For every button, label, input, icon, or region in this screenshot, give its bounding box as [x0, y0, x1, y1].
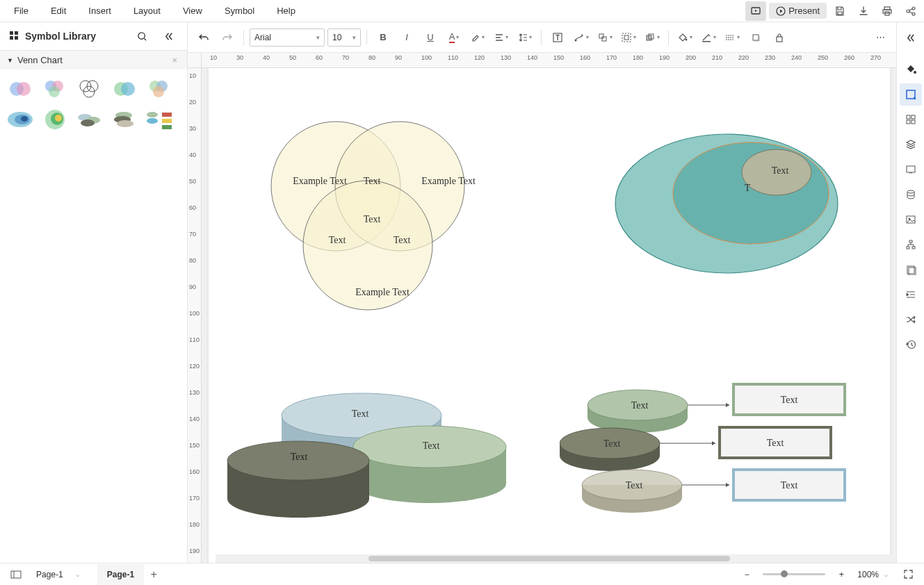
venn-symbol-linked-boxes[interactable]	[143, 106, 175, 133]
menu-help[interactable]: Help	[266, 1, 307, 20]
cyl-gray-label[interactable]: Text	[278, 452, 320, 463]
undo-icon[interactable]	[193, 28, 214, 47]
grid-panel-icon[interactable]	[900, 108, 922, 131]
disc2-label[interactable]: Text	[594, 438, 629, 450]
search-icon[interactable]	[131, 26, 152, 46]
venn-symbol-cylinders[interactable]	[74, 106, 106, 133]
horizontal-ruler: 1030405060708090100110120130140150160170…	[202, 53, 896, 68]
highlight-icon[interactable]: ▾	[467, 28, 488, 47]
cyl-green-label[interactable]: Text	[410, 440, 452, 452]
box1-label[interactable]: Text	[768, 395, 810, 406]
group-icon[interactable]: ▾	[618, 28, 639, 47]
cylinder-group[interactable]	[222, 367, 521, 520]
expand-panel-icon[interactable]	[900, 26, 922, 49]
venn-label-ac[interactable]: Text	[320, 235, 355, 246]
bold-icon[interactable]: B	[373, 28, 394, 47]
font-color-icon[interactable]: A▾	[444, 28, 464, 47]
menu-layout[interactable]: Layout	[122, 1, 172, 20]
venn-label-b[interactable]: Example Text	[403, 176, 494, 187]
venn-symbol-nested-ellipse[interactable]	[4, 106, 36, 133]
layers-panel-icon[interactable]	[900, 133, 922, 156]
zoom-out-icon[interactable]: −	[736, 565, 757, 584]
venn-label-abc[interactable]: Text	[355, 214, 389, 225]
redo-icon[interactable]	[217, 28, 238, 47]
venn-symbol-2circle[interactable]	[4, 75, 36, 103]
vertical-ruler: 1020304050607080901001101201301401501601…	[188, 68, 202, 563]
canvas-area[interactable]: Example Text Example Text Example Text T…	[202, 68, 896, 563]
horizontal-scrollbar[interactable]	[216, 554, 896, 563]
venn-symbol-3circle-pastel[interactable]	[143, 75, 175, 103]
present-label: Present	[788, 6, 820, 16]
page-select[interactable]: Page-1 ⌵	[32, 570, 83, 579]
nested-label-inner[interactable]: Text	[759, 165, 801, 176]
add-page-button[interactable]: +	[144, 568, 163, 581]
svg-rect-10	[10, 36, 13, 40]
page-tab-1[interactable]: Page-1	[97, 564, 144, 585]
line-color-icon[interactable]: ▾	[698, 28, 719, 47]
print-icon[interactable]	[877, 1, 898, 21]
presentation-panel-icon[interactable]	[900, 158, 922, 181]
share-icon[interactable]	[900, 1, 921, 21]
font-select[interactable]: Arial▾	[250, 28, 325, 47]
outline-view-icon[interactable]	[6, 565, 26, 584]
text-frame-icon[interactable]: T	[547, 28, 568, 47]
venn-symbol-3circle-outline[interactable]	[74, 75, 106, 103]
venn-label-ab[interactable]: Text	[355, 176, 389, 187]
line-style-icon[interactable]: ▾	[722, 28, 743, 47]
page-surface[interactable]: Example Text Example Text Example Text T…	[209, 68, 890, 563]
svg-rect-2	[884, 7, 890, 10]
fill-panel-icon[interactable]	[900, 58, 922, 81]
venn-label-a[interactable]: Example Text	[275, 176, 365, 187]
menu-edit[interactable]: Edit	[40, 1, 77, 20]
font-size-select[interactable]: 10▾	[327, 28, 361, 47]
venn-symbol-nested-circle[interactable]	[39, 106, 71, 133]
nested-ellipses[interactable]	[608, 124, 845, 283]
save-icon[interactable]	[829, 1, 850, 21]
shadow-icon[interactable]	[745, 28, 766, 47]
history-panel-icon[interactable]	[900, 333, 922, 356]
collapse-sidebar-icon[interactable]	[158, 26, 179, 46]
venn-symbol-stacked-discs[interactable]	[108, 106, 140, 133]
indent-panel-icon[interactable]	[900, 283, 922, 306]
venn-chart-section-header[interactable]: ▼ Venn Chart ×	[0, 51, 187, 69]
venn-label-c[interactable]: Example Text	[337, 287, 428, 298]
align-icon[interactable]: ▾	[491, 28, 512, 47]
connector-icon[interactable]: ▾	[571, 28, 592, 47]
present-button[interactable]: Present	[769, 3, 827, 19]
shape-panel-icon[interactable]	[900, 83, 922, 106]
download-icon[interactable]	[853, 1, 874, 21]
menu-bar: File Edit Insert Layout View Symbol Help…	[0, 0, 924, 22]
menu-insert[interactable]: Insert	[77, 1, 122, 20]
box2-label[interactable]: Text	[754, 438, 796, 449]
underline-icon[interactable]: U	[420, 28, 441, 47]
line-spacing-icon[interactable]: ▾	[514, 28, 535, 47]
align-objects-icon[interactable]: ▾	[594, 28, 615, 47]
presentation-mode-icon[interactable]	[745, 1, 766, 21]
menu-file[interactable]: File	[3, 1, 40, 20]
fullscreen-icon[interactable]	[898, 565, 918, 584]
venn-label-bc[interactable]: Text	[384, 235, 419, 246]
venn-symbol-3circle-color[interactable]	[39, 75, 71, 103]
more-icon[interactable]: ⋯	[870, 28, 891, 47]
clipboard-panel-icon[interactable]	[900, 258, 922, 281]
disc1-label[interactable]: Text	[622, 400, 657, 411]
nested-label-mid[interactable]: T	[733, 183, 761, 194]
venn-symbol-2circle-green[interactable]	[108, 75, 140, 103]
disc3-label[interactable]: Text	[617, 480, 651, 491]
close-icon[interactable]: ×	[169, 55, 180, 65]
shuffle-panel-icon[interactable]	[900, 308, 922, 331]
image-panel-icon[interactable]	[900, 208, 922, 231]
box3-label[interactable]: Text	[768, 480, 810, 491]
arrange-icon[interactable]: ▾	[642, 28, 663, 47]
data-panel-icon[interactable]	[900, 183, 922, 206]
lock-icon[interactable]	[769, 28, 790, 47]
tree-panel-icon[interactable]	[900, 233, 922, 256]
menu-symbol[interactable]: Symbol	[213, 1, 266, 20]
linked-discs[interactable]	[560, 374, 866, 541]
zoom-in-icon[interactable]: +	[831, 565, 852, 584]
fill-icon[interactable]: ▾	[674, 28, 695, 47]
menu-view[interactable]: View	[172, 1, 213, 20]
italic-icon[interactable]: I	[396, 28, 417, 47]
zoom-slider[interactable]	[763, 573, 825, 575]
cyl-blue-label[interactable]: Text	[339, 409, 381, 420]
